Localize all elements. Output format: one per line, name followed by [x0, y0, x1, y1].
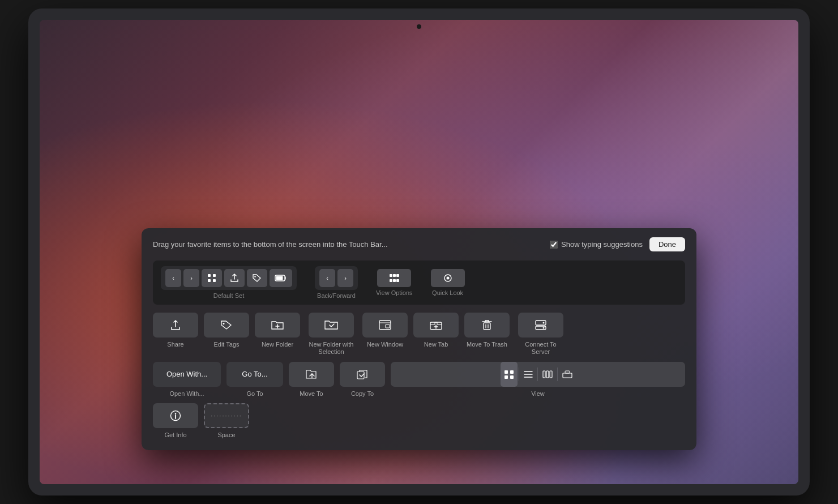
show-typing-label[interactable]: Show typing suggestions [550, 240, 643, 249]
svg-rect-12 [396, 279, 399, 282]
open-with-button[interactable]: Open With... [153, 362, 221, 387]
space-label: Space [217, 432, 235, 439]
screen: Drag your favorite items to the bottom o… [40, 20, 798, 484]
tb-quick-look-btn[interactable] [431, 269, 465, 287]
items-row1: Share Edit Tags [153, 313, 685, 356]
show-typing-checkbox[interactable] [550, 241, 558, 249]
svg-rect-27 [504, 375, 508, 379]
svg-rect-9 [396, 274, 399, 277]
svg-point-23 [543, 327, 545, 329]
item-new-window: New Window [362, 313, 408, 348]
get-info-label: Get Info [164, 432, 186, 439]
item-move-to: Move To [289, 362, 334, 398]
svg-rect-17 [386, 324, 390, 328]
item-go-to: Go To... Go To [226, 362, 283, 398]
item-new-folder: New Folder [255, 313, 300, 348]
svg-rect-31 [550, 371, 552, 378]
tb-share-btn[interactable] [224, 269, 245, 287]
items-row2: Open With... Open With... Go To... Go To [153, 362, 685, 398]
move-to-trash-button[interactable] [464, 313, 510, 338]
item-open-with: Open With... Open With... [153, 362, 221, 398]
svg-rect-3 [213, 279, 216, 282]
tb-grid-btn[interactable] [202, 269, 222, 287]
view-icon-btn[interactable] [501, 362, 518, 387]
svg-rect-25 [504, 370, 508, 374]
panel-right: Show typing suggestions Done [550, 237, 685, 251]
svg-rect-30 [546, 371, 549, 378]
move-to-button[interactable] [289, 362, 334, 387]
view-gallery-btn[interactable] [559, 362, 576, 387]
copy-to-button[interactable] [340, 362, 385, 387]
back-forward-group: ‹ › Back/Forward [315, 266, 358, 299]
svg-rect-10 [390, 279, 392, 282]
quick-look-label: Quick Look [432, 289, 463, 296]
tb-forward2-btn[interactable]: › [337, 269, 353, 287]
edit-tags-label: Edit Tags [213, 341, 239, 348]
default-set-label: Default Set [213, 292, 244, 299]
new-folder-button[interactable] [255, 313, 300, 338]
new-folder-label: New Folder [262, 341, 293, 348]
svg-rect-26 [510, 370, 514, 374]
panel-header: Drag your favorite items to the bottom o… [153, 237, 685, 251]
item-new-folder-selection: New Folder with Selection [306, 313, 357, 356]
tb-back2-btn[interactable]: ‹ [319, 269, 335, 287]
tb-back-btn[interactable]: ‹ [165, 269, 181, 287]
item-connect-server: Connect To Server [515, 313, 566, 356]
svg-point-15 [223, 323, 225, 324]
go-to-button[interactable]: Go To... [226, 362, 283, 387]
customization-panel: Drag your favorite items to the bottom o… [142, 228, 696, 450]
laptop-frame: Drag your favorite items to the bottom o… [28, 8, 810, 496]
item-space: ··········· Space [204, 403, 249, 439]
wallpaper: Drag your favorite items to the bottom o… [40, 20, 798, 484]
svg-rect-2 [208, 279, 211, 282]
edit-tags-button[interactable] [204, 313, 249, 338]
view-options-label: View Options [376, 289, 413, 296]
tb-view-options-btn[interactable] [377, 269, 411, 287]
connect-to-server-button[interactable] [518, 313, 563, 338]
svg-point-22 [543, 322, 545, 324]
share-button[interactable] [153, 313, 198, 338]
item-move-trash: Move To Trash [464, 313, 510, 348]
svg-rect-16 [379, 321, 391, 330]
view-group [391, 362, 685, 387]
view-list-btn[interactable] [520, 362, 536, 387]
tb-battery-btn[interactable] [270, 269, 292, 287]
item-copy-to: Copy To [340, 362, 385, 398]
svg-rect-29 [543, 371, 545, 378]
new-window-label: New Window [367, 341, 403, 348]
view-column-btn[interactable] [539, 362, 556, 387]
new-folder-selection-label: New Folder with Selection [306, 341, 357, 356]
svg-rect-19 [484, 323, 490, 330]
new-window-button[interactable] [362, 313, 408, 338]
quick-look-group: Quick Look [431, 269, 465, 296]
get-info-button[interactable] [153, 403, 198, 428]
new-folder-selection-button[interactable] [309, 313, 354, 338]
item-view: View [391, 362, 685, 398]
svg-point-4 [254, 276, 255, 277]
open-with-label: Open With... [169, 390, 204, 398]
svg-rect-8 [393, 274, 396, 277]
copy-to-label: Copy To [351, 390, 374, 398]
tb-tag-btn[interactable] [247, 269, 267, 287]
connect-to-server-label: Connect To Server [515, 341, 566, 356]
new-tab-label: New Tab [424, 341, 448, 348]
svg-rect-0 [208, 274, 211, 277]
space-button[interactable]: ··········· [204, 403, 249, 428]
item-share: Share [153, 313, 198, 348]
done-button[interactable]: Done [649, 237, 685, 251]
item-new-tab: New Tab [413, 313, 459, 348]
new-tab-button[interactable] [413, 313, 459, 338]
default-set-group: ‹ › [161, 266, 297, 299]
svg-rect-32 [563, 373, 572, 378]
touchbar-preview: ‹ › [153, 260, 685, 305]
panel-instruction: Drag your favorite items to the bottom o… [153, 240, 388, 249]
share-label: Share [167, 341, 183, 348]
view-label: View [531, 390, 545, 398]
svg-rect-7 [390, 274, 392, 277]
move-to-label: Move To [300, 390, 323, 398]
svg-point-35 [175, 413, 176, 414]
tb-forward-btn[interactable]: › [183, 269, 199, 287]
item-get-info: Get Info [153, 403, 198, 439]
item-edit-tags: Edit Tags [204, 313, 249, 348]
svg-rect-6 [276, 276, 283, 280]
